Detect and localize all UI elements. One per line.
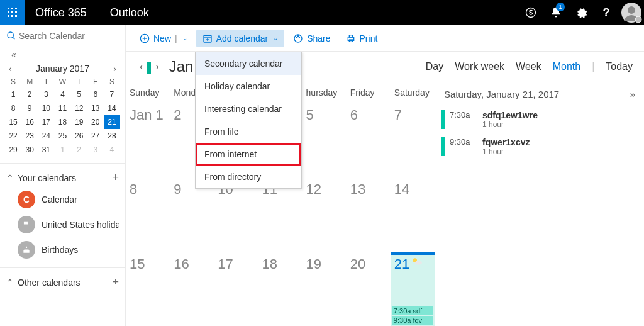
mini-cal-day[interactable]: 17 xyxy=(38,115,54,129)
help-button[interactable]: ? xyxy=(594,0,619,25)
mini-cal-day[interactable]: 28 xyxy=(104,129,120,143)
next-month-button[interactable]: › xyxy=(109,64,120,74)
add-your-calendar-button[interactable]: + xyxy=(112,171,119,184)
day-cell[interactable]: 19 xyxy=(303,252,347,326)
add-calendar-menu-item[interactable]: From directory xyxy=(196,166,301,188)
left-pane: « ‹ January 2017 › SMTWTFS 1234567891011… xyxy=(0,25,126,326)
agenda-item[interactable]: 9:30afqwer1xcvz1 hour xyxy=(435,133,644,160)
agenda-item[interactable]: 7:30asdfq1ew1wre1 hour xyxy=(435,106,644,133)
your-calendars-header[interactable]: ⌃ Your calendars + xyxy=(0,169,125,187)
mini-cal-day[interactable]: 3 xyxy=(38,87,54,101)
collapse-panel-icon[interactable]: « xyxy=(8,50,18,60)
add-calendar-menu-item[interactable]: Interesting calendar xyxy=(196,98,301,120)
event-chip[interactable]: 9:30a fqv xyxy=(392,316,433,325)
new-button[interactable]: New |⌄ xyxy=(133,30,194,47)
mini-cal-day[interactable]: 24 xyxy=(38,129,54,143)
add-calendar-menu: Secondary calendarHoliday calendarIntere… xyxy=(195,52,302,189)
mini-cal-day[interactable]: 14 xyxy=(104,101,120,115)
view-work-week[interactable]: Work week xyxy=(455,61,504,72)
search-input[interactable] xyxy=(19,31,119,41)
mini-cal-day[interactable]: 1 xyxy=(54,143,70,157)
mini-cal-day[interactable]: 30 xyxy=(21,143,38,157)
print-button[interactable]: Print xyxy=(340,30,384,47)
day-cell[interactable]: 8 xyxy=(126,177,170,251)
suite-name[interactable]: Office 365 xyxy=(25,6,97,20)
settings-button[interactable] xyxy=(569,0,594,25)
mini-cal-day[interactable]: 4 xyxy=(54,87,70,101)
prev-month-button[interactable]: ‹ xyxy=(5,64,16,74)
other-calendars-header[interactable]: ⌃ Other calendars + xyxy=(0,273,125,291)
day-cell[interactable]: Jan 1 xyxy=(126,103,170,177)
mini-cal-day[interactable]: 1 xyxy=(5,87,21,101)
app-launcher[interactable] xyxy=(0,0,25,25)
mini-cal-day[interactable]: 5 xyxy=(71,87,87,101)
view-month[interactable]: Month xyxy=(553,61,580,72)
day-cell[interactable]: 7 xyxy=(391,103,435,177)
next-period-button[interactable]: › xyxy=(153,61,161,72)
mini-cal-day[interactable]: 3 xyxy=(87,143,104,157)
mini-cal-day[interactable]: 4 xyxy=(104,143,120,157)
mini-cal-day[interactable]: 11 xyxy=(54,101,70,115)
day-cell[interactable]: 14 xyxy=(391,177,435,251)
day-cell[interactable]: 12 xyxy=(303,177,347,251)
calendar-color-dot xyxy=(18,241,35,259)
day-cell[interactable]: 217:30a sdf9:30a fqv xyxy=(391,252,435,326)
account-button[interactable] xyxy=(619,0,644,25)
calendar-list-item[interactable]: United States holidays xyxy=(0,212,125,237)
add-calendar-menu-item[interactable]: Secondary calendar xyxy=(196,52,301,75)
mini-cal-day[interactable]: 10 xyxy=(38,101,54,115)
mini-cal-day[interactable]: 15 xyxy=(5,115,21,129)
prev-period-button[interactable]: ‹ xyxy=(137,61,145,72)
view-week[interactable]: Week xyxy=(516,61,541,72)
search-icon xyxy=(6,30,16,42)
mini-cal-day[interactable]: 16 xyxy=(21,115,38,129)
mini-cal-title[interactable]: January 2017 xyxy=(36,64,89,74)
day-cell[interactable]: 18 xyxy=(258,252,302,326)
mini-cal-day[interactable]: 12 xyxy=(71,101,87,115)
mini-cal-day[interactable]: 6 xyxy=(87,87,104,101)
mini-cal-day[interactable]: 20 xyxy=(87,115,104,129)
search-calendar[interactable] xyxy=(0,25,125,47)
app-name[interactable]: Outlook xyxy=(97,0,162,25)
chevron-down-icon[interactable]: ⌄ xyxy=(182,35,187,42)
day-cell[interactable]: 16 xyxy=(170,252,214,326)
mini-cal-day[interactable]: 27 xyxy=(87,129,104,143)
day-cell[interactable]: 17 xyxy=(214,252,258,326)
svg-line-14 xyxy=(13,37,14,39)
calendar-list-item[interactable]: Birthdays xyxy=(0,237,125,262)
mini-cal-day[interactable]: 2 xyxy=(21,87,38,101)
today-button[interactable]: Today xyxy=(606,61,633,72)
mini-cal-day[interactable]: 21 xyxy=(104,115,120,129)
mini-cal-day[interactable]: 31 xyxy=(38,143,54,157)
mini-cal-day[interactable]: 8 xyxy=(5,101,21,115)
add-calendar-menu-item[interactable]: From internet xyxy=(196,143,301,166)
view-day[interactable]: Day xyxy=(426,61,443,72)
skype-button[interactable] xyxy=(518,0,543,25)
day-cell[interactable]: 13 xyxy=(347,177,391,251)
add-calendar-menu-item[interactable]: Holiday calendar xyxy=(196,75,301,98)
add-other-calendar-button[interactable]: + xyxy=(112,276,119,289)
agenda-time: 7:30a xyxy=(450,110,477,129)
mini-cal-day[interactable]: 13 xyxy=(87,101,104,115)
event-chip[interactable]: 7:30a sdf xyxy=(392,306,433,315)
mini-cal-day[interactable]: 22 xyxy=(5,129,21,143)
mini-cal-day[interactable]: 2 xyxy=(71,143,87,157)
add-calendar-button[interactable]: Add calendar ⌄ xyxy=(196,30,285,47)
mini-cal-day[interactable]: 23 xyxy=(21,129,38,143)
mini-cal-day[interactable]: 26 xyxy=(71,129,87,143)
mini-cal-day[interactable]: 18 xyxy=(54,115,70,129)
day-cell[interactable]: 20 xyxy=(347,252,391,326)
mini-cal-day[interactable]: 29 xyxy=(5,143,21,157)
expand-day-button[interactable]: » xyxy=(630,89,635,99)
mini-cal-day[interactable]: 9 xyxy=(21,101,38,115)
day-cell[interactable]: 5 xyxy=(303,103,347,177)
share-button[interactable]: Share xyxy=(287,30,336,47)
notifications-button[interactable]: 1 xyxy=(543,0,569,25)
day-cell[interactable]: 6 xyxy=(347,103,391,177)
mini-cal-day[interactable]: 7 xyxy=(104,87,120,101)
day-cell[interactable]: 15 xyxy=(126,252,170,326)
calendar-list-item[interactable]: CCalendar xyxy=(0,187,125,212)
mini-cal-day[interactable]: 25 xyxy=(54,129,70,143)
add-calendar-menu-item[interactable]: From file xyxy=(196,120,301,143)
mini-cal-day[interactable]: 19 xyxy=(71,115,87,129)
